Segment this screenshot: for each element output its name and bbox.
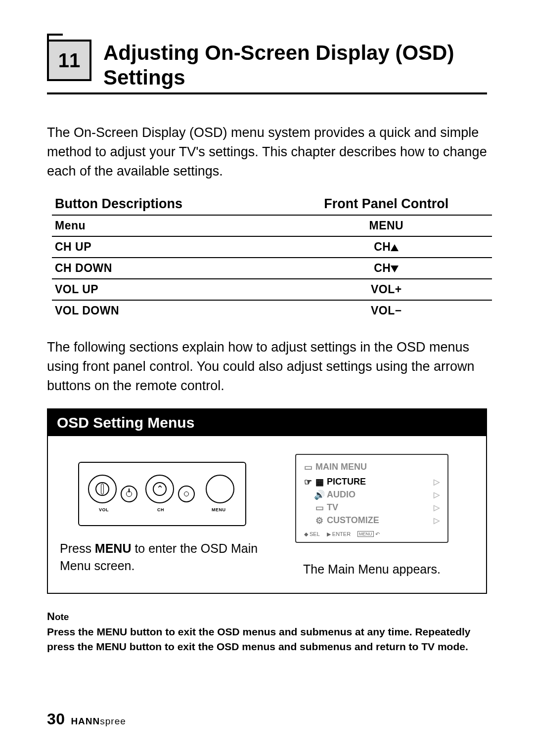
chapter-header: 11 Adjusting On-Screen Display (OSD) Set… <box>47 40 487 94</box>
chapter-number: 11 <box>58 49 81 72</box>
menu-dial-icon <box>206 475 234 503</box>
sel-hint: ◆SEL <box>304 531 320 537</box>
table-row: Menu MENU <box>52 215 492 236</box>
arrow-down-icon <box>391 266 399 272</box>
ch-label: CH <box>157 507 164 512</box>
cell-ctrl: VOL+ <box>254 279 492 300</box>
intro-paragraph: The On-Screen Display (OSD) menu system … <box>47 123 487 181</box>
menu-item-audio: 🔊 AUDIO ▷ <box>304 489 440 501</box>
vol-label: VOL <box>99 507 109 512</box>
brand-light: spree <box>100 716 126 726</box>
picture-icon: ▦ <box>315 477 324 488</box>
cell-desc: Menu <box>52 215 254 236</box>
updown-icon: ◆ <box>304 531 308 537</box>
screen-footer: ◆SEL ▶ENTER MENU↶ <box>304 531 440 537</box>
chevron-right-icon: ▷ <box>434 490 440 499</box>
vol-dial-icon <box>88 475 117 503</box>
tv-icon: ▭ <box>315 502 324 513</box>
enter-hint: ▶ENTER <box>327 531 351 537</box>
chevron-right-icon: ▷ <box>434 516 440 525</box>
menu-item-tv: ▭ TV ▷ <box>304 501 440 514</box>
customize-icon: ⚙ <box>315 515 324 526</box>
screen-title: MAIN MENU <box>315 462 367 472</box>
cell-desc: VOL DOWN <box>52 300 254 321</box>
button-descriptions-table: Button Descriptions Front Panel Control … <box>52 194 492 321</box>
cell-desc: VOL UP <box>52 279 254 300</box>
screen-icon: ▭ <box>304 462 312 473</box>
right-caption: The Main Menu appears. <box>269 561 474 578</box>
screen-title-row: ▭ MAIN MENU <box>304 462 440 473</box>
left-caption: Press MENU to enter the OSD Main Menu sc… <box>60 540 265 575</box>
table-row: CH UP CH <box>52 236 492 258</box>
note-label: Note <box>47 610 69 623</box>
menu-hint: MENU↶ <box>357 531 380 537</box>
cell-ctrl: CH <box>254 258 492 279</box>
page-number: 30 <box>47 710 65 728</box>
page-footer: 30 HANNspree <box>47 710 126 728</box>
cell-ctrl: MENU <box>254 215 492 236</box>
osd-right-column: ▭ MAIN MENU ☞ ▦ PICTURE ▷ 🔊 AUDIO ▷ <box>269 454 474 578</box>
cell-ctrl: CH <box>254 236 492 258</box>
note-text: Press the MENU button to exit the OSD me… <box>47 626 471 652</box>
aux-dial-icon <box>178 486 195 502</box>
note-block: Note Press the MENU button to exit the O… <box>47 609 487 655</box>
chapter-number-box: 11 <box>47 40 91 81</box>
table-header-descriptions: Button Descriptions <box>52 194 254 215</box>
table-header-control: Front Panel Control <box>254 194 492 215</box>
chapter-title: Adjusting On-Screen Display (OSD) Settin… <box>103 40 487 89</box>
front-panel-illustration: ⌃ VOL CH MENU <box>78 462 246 526</box>
ch-dial-icon: ⌃ <box>145 475 174 503</box>
table-row: CH DOWN CH <box>52 258 492 279</box>
menu-item-picture: ☞ ▦ PICTURE ▷ <box>304 476 440 489</box>
brand-bold: HANN <box>71 716 100 726</box>
osd-setting-panel: OSD Setting Menus ⌃ <box>47 408 487 594</box>
chevron-right-icon: ▷ <box>434 477 440 487</box>
cell-desc: CH DOWN <box>52 258 254 279</box>
back-icon: ↶ <box>375 531 380 537</box>
cell-ctrl: VOL− <box>254 300 492 321</box>
cell-desc: CH UP <box>52 236 254 258</box>
osd-screen-illustration: ▭ MAIN MENU ☞ ▦ PICTURE ▷ 🔊 AUDIO ▷ <box>295 454 448 543</box>
osd-left-column: ⌃ VOL CH MENU Press MENU to enter the OS… <box>60 454 265 578</box>
table-row: VOL DOWN VOL− <box>52 300 492 321</box>
menu-label: MENU <box>212 507 226 512</box>
arrow-up-icon <box>391 244 399 251</box>
menu-item-customize: ⚙ CUSTOMIZE ▷ <box>304 514 440 527</box>
table-row: VOL UP VOL+ <box>52 279 492 300</box>
play-icon: ▶ <box>327 531 331 537</box>
pointer-icon: ☞ <box>304 477 312 488</box>
osd-panel-header: OSD Setting Menus <box>48 409 486 436</box>
audio-icon: 🔊 <box>315 489 324 500</box>
power-dial-icon <box>121 486 137 502</box>
chevron-right-icon: ▷ <box>434 503 440 512</box>
mid-paragraph: The following sections explain how to ad… <box>47 338 487 396</box>
